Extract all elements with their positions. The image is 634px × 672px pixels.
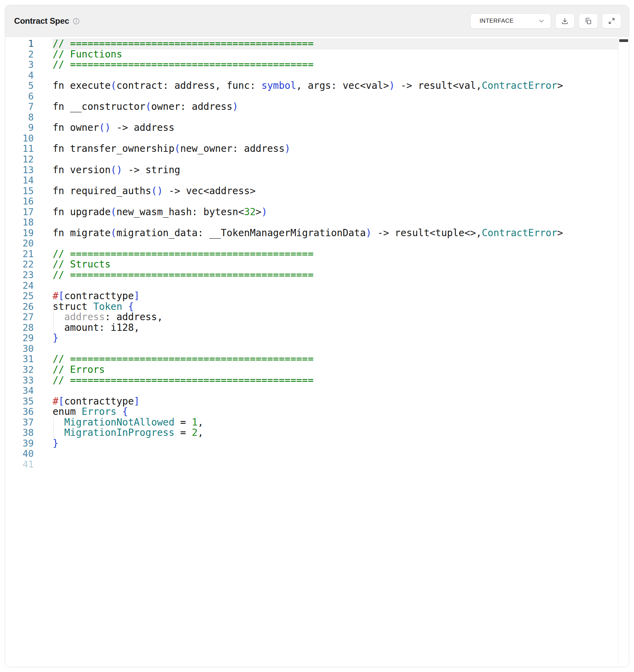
- code-line: 14: [5, 175, 629, 186]
- code-token: // Functions: [53, 49, 122, 60]
- code-token: // =====================================…: [53, 248, 314, 260]
- contract-spec-panel: Contract Spec INTERFACE: [5, 5, 629, 667]
- line-number: 12: [5, 154, 34, 165]
- code-line-content: }: [53, 438, 629, 449]
- info-icon[interactable]: [73, 18, 80, 25]
- code-line-content: amount: i128,: [53, 323, 629, 333]
- code-line: 9fn owner() -> address: [5, 123, 629, 133]
- code-line: 12: [5, 154, 629, 165]
- code-token: symbol: [261, 80, 296, 91]
- code-line: 24: [5, 281, 629, 291]
- code-token: 32: [244, 206, 256, 218]
- code-token: [122, 301, 128, 312]
- header-left: Contract Spec: [14, 16, 80, 26]
- code-token: -> result<val,: [395, 80, 482, 91]
- expand-icon: [608, 17, 615, 25]
- code-line-content: address: address,: [53, 312, 629, 323]
- code-token: (): [99, 122, 111, 133]
- scrollbar-track[interactable]: [618, 37, 629, 667]
- code-line-content: fn upgrade(new_wasm_hash: bytesn<32>): [53, 207, 629, 218]
- line-number: 36: [5, 407, 34, 417]
- code-token: Token: [93, 301, 122, 312]
- line-number: 10: [5, 133, 34, 144]
- code-line-content: fn transfer_ownership(new_owner: address…: [53, 144, 629, 154]
- line-number: 26: [5, 302, 34, 312]
- code-token: contract: address, func:: [116, 80, 261, 91]
- line-number: 31: [5, 354, 34, 365]
- code-token: amount: i128,: [53, 322, 140, 333]
- code-line-content: fn version() -> string: [53, 165, 629, 176]
- code-token: (: [111, 206, 117, 218]
- line-number: 37: [5, 417, 34, 428]
- code-line: 7fn __constructor(owner: address): [5, 102, 629, 112]
- code-token: fn owner: [53, 122, 99, 133]
- line-number: 41: [5, 459, 34, 470]
- code-token: fn execute: [53, 80, 111, 91]
- code-viewer: 1// ====================================…: [5, 37, 629, 667]
- code-line-content: [53, 449, 629, 459]
- line-number: 16: [5, 196, 34, 207]
- code-line: 3// ====================================…: [5, 60, 629, 70]
- line-number: 29: [5, 333, 34, 344]
- code-line: 23// ===================================…: [5, 270, 629, 281]
- copy-button[interactable]: [579, 13, 598, 29]
- code-token: struct: [53, 301, 93, 312]
- code-line-content: // =====================================…: [53, 354, 629, 365]
- code-line-content: [53, 133, 629, 144]
- line-number: 27: [5, 312, 34, 323]
- code-token: Errors: [82, 406, 116, 417]
- code-line: 31// ===================================…: [5, 354, 629, 365]
- code-line-content: [53, 217, 629, 228]
- line-number: 30: [5, 344, 34, 354]
- line-number: 28: [5, 323, 34, 333]
- line-number: 3: [5, 60, 34, 70]
- code-token: // Errors: [53, 364, 105, 375]
- code-token: migration_data: __TokenManagerMigrationD…: [116, 227, 366, 239]
- line-number: 8: [5, 112, 34, 123]
- code-token: MigrationInProgress: [64, 427, 174, 438]
- code-token: >: [256, 206, 261, 218]
- code-line: 30: [5, 344, 629, 354]
- code-token: ,: [197, 417, 203, 428]
- code-line-content: [53, 281, 629, 291]
- interface-dropdown[interactable]: INTERFACE: [470, 13, 551, 29]
- code-line: 37 MigrationNotAllowed = 1,: [5, 417, 629, 428]
- line-number: 17: [5, 207, 34, 218]
- line-number: 20: [5, 238, 34, 249]
- code-line: 11fn transfer_ownership(new_owner: addre…: [5, 144, 629, 154]
- code-token: #: [53, 290, 58, 302]
- code-token: MigrationNotAllowed: [64, 417, 174, 428]
- code-line: 13fn version() -> string: [5, 165, 629, 176]
- code-line: 8: [5, 112, 629, 123]
- code-line-content: #[contracttype]: [53, 396, 629, 407]
- code-line: 26struct Token {: [5, 302, 629, 312]
- code-line: 27 address: address,: [5, 312, 629, 323]
- line-number: 40: [5, 449, 34, 459]
- code-line-content: // =====================================…: [53, 375, 629, 386]
- code-token: }: [53, 332, 58, 344]
- line-number: 35: [5, 396, 34, 407]
- code-line-content: // Functions: [53, 49, 629, 60]
- code-line-content: // Errors: [53, 365, 629, 375]
- download-icon: [561, 17, 569, 25]
- code-token: enum: [53, 406, 82, 417]
- code-line: 10: [5, 133, 629, 144]
- code-token: ]: [134, 396, 140, 407]
- copy-icon: [584, 17, 592, 25]
- code-token: ): [261, 206, 267, 218]
- code-token: ,: [197, 427, 203, 438]
- code-token: fn transfer_ownership: [53, 143, 174, 154]
- download-button[interactable]: [555, 13, 574, 29]
- line-number: 2: [5, 49, 34, 60]
- line-number: 9: [5, 123, 34, 133]
- code-token: {: [122, 406, 128, 417]
- line-number: 34: [5, 386, 34, 396]
- code-line-content: [53, 91, 629, 102]
- scrollbar-thumb[interactable]: [619, 39, 628, 42]
- code-token: (: [174, 143, 180, 154]
- code-line-content: // Structs: [53, 259, 629, 270]
- code-line-content: struct Token {: [53, 302, 629, 312]
- line-number: 38: [5, 428, 34, 438]
- fullscreen-button[interactable]: [602, 13, 621, 29]
- code-line-content: fn migrate(migration_data: __TokenManage…: [53, 228, 629, 239]
